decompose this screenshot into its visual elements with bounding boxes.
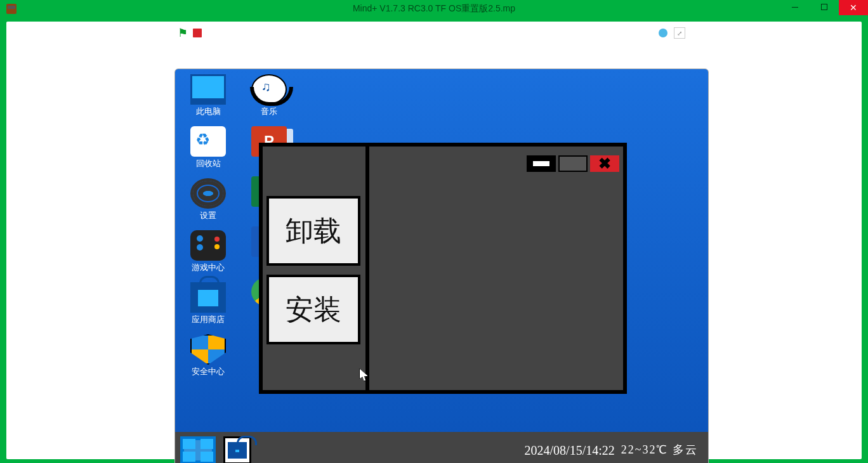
gear-icon [190, 178, 226, 209]
desktop-icon-security[interactable]: 安全中心 [183, 334, 233, 377]
stage: 此电脑 回收站 设置 游戏中心 应用商店 安全中心 [174, 68, 709, 463]
store-icon [190, 282, 226, 313]
stage-toolbar: ⚑ ⤢ [169, 22, 699, 44]
desktop-icon-music[interactable]: 音乐 [244, 74, 294, 117]
label: 音乐 [244, 106, 294, 117]
label: 应用商店 [183, 314, 233, 325]
uninstall-button[interactable]: 卸载 [266, 196, 360, 266]
modal-close-button[interactable]: ✖ [590, 155, 619, 172]
window-title: Mind+ V1.7.3 RC3.0 TF OS重置版2.5.mp [353, 3, 515, 15]
taskbar-right: 2024/08/15/14:22 22~32℃ 多云 [525, 443, 703, 457]
app-icon [6, 4, 16, 14]
modal-window-buttons: ✖ [527, 155, 619, 172]
stop-icon[interactable] [193, 29, 202, 37]
modal-main: ✖ [373, 147, 623, 390]
window-buttons: ─ ✕ [780, 0, 868, 15]
install-button[interactable]: 安装 [266, 275, 360, 344]
modal-maximize-button[interactable] [558, 155, 588, 172]
desktop-icon-app-store[interactable]: 应用商店 [183, 282, 233, 325]
minimize-button[interactable]: ─ [780, 0, 810, 14]
label: 回收站 [183, 158, 233, 169]
recycle-bin-icon [190, 126, 226, 157]
taskbar-weather: 22~32℃ 多云 [621, 444, 698, 457]
close-button[interactable]: ✕ [839, 0, 868, 15]
label: 安全中心 [183, 366, 233, 377]
stage-wrap: ⚑ ⤢ 此电脑 回收站 设置 游戏中心 [6, 22, 862, 459]
maximize-button[interactable] [810, 0, 839, 14]
desktop-icon-recycle-bin[interactable]: 回收站 [183, 126, 233, 169]
desktop-icon-this-pc[interactable]: 此电脑 [183, 74, 233, 117]
desktop-icon-settings[interactable]: 设置 [183, 178, 233, 221]
app-manager-window: 卸载 安装 ✖ [259, 143, 627, 394]
fullscreen-icon[interactable]: ⤢ [674, 27, 685, 39]
label: 游戏中心 [183, 262, 233, 273]
sidebar: 卸载 安装 [263, 147, 369, 390]
taskbar: 2024/08/15/14:22 22~32℃ 多云 [175, 432, 708, 463]
label: 此电脑 [183, 106, 233, 117]
turbo-icon[interactable] [659, 29, 667, 37]
desktop-column-1: 此电脑 回收站 设置 游戏中心 应用商店 安全中心 [183, 74, 233, 386]
shield-icon [190, 334, 226, 365]
modal-minimize-button[interactable] [527, 155, 556, 172]
headphones-icon [251, 74, 287, 105]
pc-icon [190, 74, 226, 105]
taskbar-app-store[interactable] [223, 436, 251, 463]
titlebar: Mind+ V1.7.3 RC3.0 TF OS重置版2.5.mp ─ ✕ [0, 0, 868, 18]
label: 设置 [183, 210, 233, 221]
green-flag-icon[interactable]: ⚑ [178, 26, 188, 40]
desktop-icon-game-center[interactable]: 游戏中心 [183, 230, 233, 273]
taskbar-datetime: 2024/08/15/14:22 [525, 443, 615, 457]
gamepad-icon [190, 230, 226, 261]
start-button[interactable] [180, 436, 216, 463]
store-icon [228, 442, 247, 459]
